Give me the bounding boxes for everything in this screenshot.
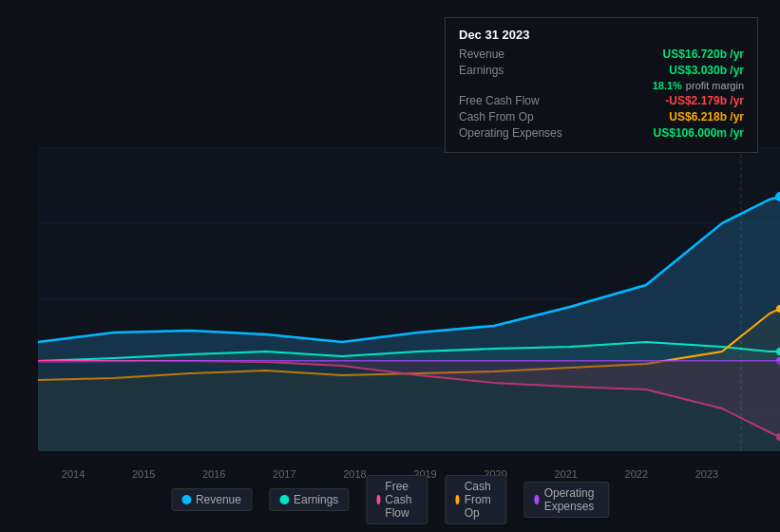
tooltip-label-revenue: Revenue	[459, 48, 504, 61]
legend-label-revenue: Revenue	[196, 493, 241, 506]
tooltip-value-earnings: US$3.030b /yr	[669, 64, 744, 77]
profit-margin-label: profit margin	[686, 80, 744, 91]
tooltip-row-earnings: Earnings US$3.030b /yr	[459, 64, 744, 77]
x-label-2015: 2015	[132, 468, 155, 480]
tooltip-panel: Dec 31 2023 Revenue US$16.720b /yr Earni…	[445, 17, 758, 153]
legend-item-cashop[interactable]: Cash From Op	[445, 475, 506, 524]
tooltip-row-revenue: Revenue US$16.720b /yr	[459, 48, 744, 61]
tooltip-label-earnings: Earnings	[459, 64, 504, 77]
profit-margin-pct: 18.1%	[653, 80, 682, 91]
x-label-2022: 2022	[625, 468, 648, 480]
x-label-2023: 2023	[695, 468, 718, 480]
tooltip-value-cashop: US$6.218b /yr	[669, 110, 744, 124]
legend-label-opex: Operating Expenses	[544, 486, 599, 513]
tooltip-label-cashop: Cash From Op	[459, 110, 534, 124]
legend-dot-fcf	[376, 495, 380, 504]
chart-svg	[0, 147, 780, 451]
legend-label-fcf: Free Cash Flow	[385, 480, 417, 520]
legend-item-fcf[interactable]: Free Cash Flow	[366, 475, 428, 524]
tooltip-value-revenue: US$16.720b /yr	[663, 48, 744, 61]
legend-item-revenue[interactable]: Revenue	[171, 488, 252, 511]
tooltip-value-opex: US$106.000m /yr	[654, 126, 744, 140]
chart-area: US$18b US$0 -US$6b	[0, 147, 780, 451]
legend-item-earnings[interactable]: Earnings	[269, 488, 349, 511]
legend-dot-earnings	[279, 495, 289, 504]
tooltip-label-fcf: Free Cash Flow	[459, 94, 540, 107]
tooltip-row-cashop: Cash From Op US$6.218b /yr	[459, 110, 744, 124]
tooltip-row-fcf: Free Cash Flow -US$2.179b /yr	[459, 94, 744, 107]
legend: Revenue Earnings Free Cash Flow Cash Fro…	[171, 475, 609, 524]
svg-rect-13	[38, 361, 780, 451]
legend-label-earnings: Earnings	[294, 493, 338, 506]
tooltip-label-opex: Operating Expenses	[459, 126, 562, 140]
profit-margin-row: 18.1% profit margin	[459, 80, 744, 91]
legend-dot-cashop	[455, 495, 459, 504]
tooltip-title: Dec 31 2023	[459, 28, 744, 42]
tooltip-value-fcf: -US$2.179b /yr	[665, 94, 744, 107]
tooltip-row-opex: Operating Expenses US$106.000m /yr	[459, 126, 744, 140]
legend-item-opex[interactable]: Operating Expenses	[523, 482, 609, 518]
legend-dot-opex	[534, 495, 539, 504]
x-label-2014: 2014	[62, 468, 85, 480]
legend-dot-revenue	[181, 495, 191, 504]
legend-label-cashop: Cash From Op	[465, 480, 497, 520]
